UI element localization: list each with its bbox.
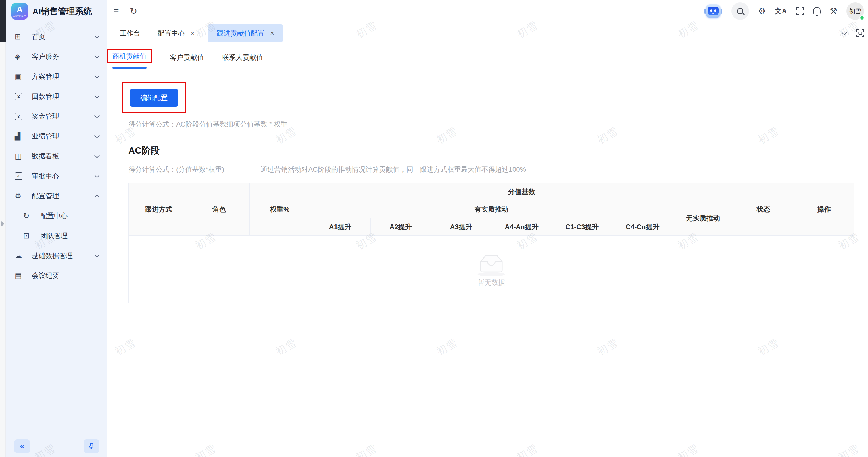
collapse-sidebar-button[interactable]: « — [14, 439, 30, 453]
chevron-down-icon — [94, 153, 99, 158]
tab-opportunity-contribution[interactable]: 商机贡献值 — [113, 52, 147, 61]
notification-bell-icon[interactable] — [813, 7, 820, 13]
tab-customer-contribution[interactable]: 客户贡献值 — [170, 53, 204, 62]
tab-label: 跟进贡献值配置 — [217, 29, 265, 38]
expand-panel-handle[interactable] — [1, 221, 4, 227]
sidebar-item-performance-management[interactable]: ▟ 业绩管理 — [6, 126, 107, 146]
chevron-down-icon — [94, 173, 99, 178]
home-grid-icon: ⊞ — [15, 32, 27, 41]
section-formula-row: 得分计算公式：(分值基数*权重) 通过营销活动对AC阶段的推动情况计算贡献值，同… — [128, 165, 855, 174]
screenshot-frame-icon — [856, 29, 864, 37]
sidebar-item-plan-management[interactable]: ▣ 方案管理 — [6, 66, 107, 86]
tab-list-dropdown-button[interactable] — [836, 22, 852, 44]
empty-state: 暂无数据 — [129, 252, 854, 287]
logo-caption: AI企业管理 — [13, 15, 26, 18]
col-header-c1-c3: C1-C3提升 — [552, 218, 612, 236]
close-icon[interactable]: × — [270, 30, 274, 37]
user-avatar[interactable]: 初雪 — [846, 2, 864, 20]
sidebar-item-bonus-management[interactable]: ¥ 奖金管理 — [6, 106, 107, 126]
bonus-yen-icon: ¥ — [15, 113, 27, 120]
settings-gear-icon[interactable]: ⚙ — [758, 7, 766, 16]
content-fullscreen-button[interactable] — [852, 22, 868, 44]
chevron-down-icon — [94, 53, 99, 58]
edit-config-button[interactable]: 编辑配置 — [129, 89, 178, 107]
pin-sidebar-button[interactable] — [84, 439, 99, 453]
close-icon[interactable]: × — [191, 30, 194, 37]
sidebar-item-base-data-management[interactable]: ☁ 基础数据管理 — [6, 246, 107, 266]
col-header-a2: A2提升 — [370, 218, 431, 236]
main-area: ≡ ↻ ⚙ 文A — [107, 0, 868, 457]
sidebar-item-label: 基础数据管理 — [32, 251, 95, 260]
sidebar-item-label: 方案管理 — [32, 72, 95, 81]
left-edge-strip — [0, 0, 6, 457]
pin-icon — [88, 442, 95, 450]
sidebar-item-label: 数据看板 — [32, 151, 95, 161]
tab-contact-contribution[interactable]: 联系人贡献值 — [222, 53, 263, 62]
empty-state-text: 暂无数据 — [478, 278, 505, 287]
ai-assistant-robot-icon[interactable] — [704, 3, 722, 19]
col-header-a4-an: A4-An提升 — [491, 218, 552, 236]
refresh-icon[interactable]: ↻ — [130, 6, 137, 16]
logo-row: A AI企业管理 AI销售管理系统 — [6, 0, 107, 22]
col-group-substantial: 有实质推动 — [310, 200, 673, 218]
sidebar-item-team-management[interactable]: ⊡ 团队管理 — [6, 226, 107, 246]
chevron-down-icon — [94, 133, 99, 138]
sidebar-item-config-management[interactable]: ⚙ 配置管理 — [6, 186, 107, 206]
chevron-down-icon — [94, 252, 99, 257]
sidebar-item-home[interactable]: ⊞ 首页 — [6, 27, 107, 47]
gear-icon: ⚙ — [15, 192, 27, 200]
sidebar-item-label: 审批中心 — [32, 171, 95, 180]
bar-chart-icon: ▟ — [15, 132, 27, 141]
calendar-yen-icon: ¥ — [15, 93, 27, 101]
sidebar-item-label: 奖金管理 — [32, 112, 95, 121]
sidebar-item-config-center[interactable]: ↻ 配置中心 — [6, 206, 107, 226]
sidebar-item-data-dashboard[interactable]: ◫ 数据看板 — [6, 146, 107, 166]
divider — [128, 134, 855, 134]
col-header-c4-cn: C4-Cn提升 — [612, 218, 673, 236]
tab-followup-contribution-config[interactable]: 跟进贡献值配置 × — [208, 24, 283, 42]
topbar: ≡ ↻ ⚙ 文A — [107, 0, 868, 22]
meeting-board-icon: ▤ — [15, 271, 27, 280]
chevron-down-icon — [94, 113, 99, 118]
col-header-no-substantial: 无实质推动 — [673, 200, 733, 236]
tabbar-controls — [836, 22, 868, 44]
sidebar-item-meeting-minutes[interactable]: ▤ 会议纪要 — [6, 266, 107, 286]
fullscreen-icon[interactable] — [796, 7, 804, 15]
translate-icon[interactable]: 文A — [775, 8, 787, 15]
tab-label: 工作台 — [120, 29, 140, 38]
edit-config-row: 编辑配置 — [128, 82, 855, 113]
sidebar: A AI企业管理 AI销售管理系统 ⊞ 首页 ◈ 客户服务 ▣ 方案管理 — [6, 0, 107, 457]
tab-config-center[interactable]: 配置中心 × — [150, 22, 202, 44]
tab-label: 配置中心 — [158, 29, 185, 38]
sidebar-item-approval-center[interactable]: ✓ 审批中心 — [6, 166, 107, 186]
cube-icon: ▣ — [15, 72, 27, 81]
sidebar-item-label: 业绩管理 — [32, 132, 95, 141]
sidebar-nav: ⊞ 首页 ◈ 客户服务 ▣ 方案管理 ¥ 回款管理 ¥ 奖金管理 — [6, 22, 107, 286]
monitor-icon: ⊡ — [23, 231, 36, 240]
sidebar-item-customer-service[interactable]: ◈ 客户服务 — [6, 47, 107, 66]
tab-workbench[interactable]: 工作台 — [113, 22, 148, 44]
empty-inbox-icon — [475, 252, 508, 277]
sidebar-bottom-bar: « — [6, 439, 107, 457]
wrench-icon[interactable]: ⚒ — [830, 7, 837, 16]
chevron-up-icon — [94, 194, 99, 199]
content-area: 商机贡献值 客户贡献值 联系人贡献值 编辑配置 得分计算公式：AC阶段分值基数细… — [107, 45, 868, 457]
logo-letter: A — [17, 5, 23, 13]
sidebar-item-label: 会议纪要 — [32, 271, 99, 280]
red-annotation-box-tab: 商机贡献值 — [107, 50, 152, 63]
page-tabbar: 工作台 配置中心 × 跟进贡献值配置 × — [107, 22, 868, 45]
hamburger-menu-icon[interactable]: ≡ — [114, 6, 119, 16]
search-button[interactable] — [732, 2, 749, 20]
cloud-icon: ☁ — [15, 251, 27, 260]
sidebar-item-label: 客户服务 — [32, 52, 95, 61]
sidebar-item-payment-management[interactable]: ¥ 回款管理 — [6, 86, 107, 106]
sidebar-item-label: 团队管理 — [40, 231, 99, 240]
chevron-down-icon — [842, 30, 847, 35]
sidebar-item-label: 配置管理 — [32, 191, 95, 200]
contribution-config-table: 跟进方式 角色 权重% 分值基数 状态 操作 有实质推动 无实质推动 A1提升 … — [128, 182, 855, 303]
score-formula-left: 得分计算公式：(分值基数*权重) — [128, 165, 224, 174]
col-header-status: 状态 — [733, 183, 794, 236]
topbar-right: ⚙ 文A ⚒ 初雪 — [704, 2, 864, 20]
sidebar-item-label: 回款管理 — [32, 92, 95, 101]
section-title-ac-stage: AC阶段 — [128, 144, 855, 157]
